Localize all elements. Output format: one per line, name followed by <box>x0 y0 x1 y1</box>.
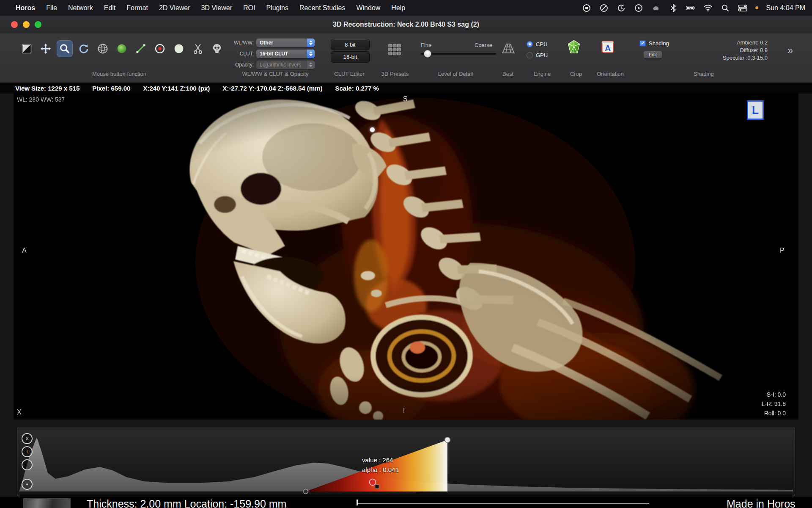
slice-scrollbar-handle[interactable] <box>357 500 358 505</box>
shading-checkbox-label: Shading <box>649 40 669 47</box>
sphere-wireframe-icon <box>97 43 109 55</box>
orientation-button[interactable]: A <box>600 39 616 55</box>
section-label-best: Best <box>502 71 513 77</box>
rotation-readout: S-I: 0.0 L-R: 91.6 Roll: 0.0 <box>761 390 786 418</box>
toolbar: Mouse button function WL/WW: Other CLUT:… <box>0 33 812 83</box>
control-center-icon[interactable] <box>738 3 747 13</box>
menu-network[interactable]: Network <box>63 4 99 12</box>
search-icon[interactable] <box>721 3 730 13</box>
panel-close-button[interactable]: × <box>22 433 33 444</box>
menu-plugins[interactable]: Plugins <box>261 4 294 12</box>
clut-8bit-button[interactable]: 8-bit <box>331 39 370 50</box>
menu-3d-viewer[interactable]: 3D Viewer <box>195 4 238 12</box>
series-thumbnail[interactable] <box>23 498 71 508</box>
toolbar-overflow-button[interactable]: » <box>787 44 793 56</box>
bluetooth-icon[interactable] <box>669 3 678 13</box>
cut-tool-button[interactable] <box>190 40 206 57</box>
gradient-apex-handle[interactable] <box>445 437 450 443</box>
presets-button[interactable] <box>387 41 403 58</box>
section-label-clut-editor: CLUT Editor <box>334 71 364 77</box>
menu-recent-studies[interactable]: Recent Studies <box>294 4 351 12</box>
menu-app-horos[interactable]: Horos <box>10 4 41 12</box>
opacity-popup-value: Logarithmic Invers <box>260 62 301 68</box>
oval-tool-button[interactable] <box>171 40 187 57</box>
pan-tool-button[interactable] <box>38 40 54 57</box>
wlww-popup-label: WL/WW: <box>224 40 254 46</box>
rotate-tool-button[interactable] <box>76 40 92 57</box>
menu-file[interactable]: File <box>41 4 63 12</box>
section-label-lod: Level of Detail <box>438 71 473 77</box>
window-title-bar: 3D Reconstruction: Neck 2.00 Br40 S3 sag… <box>0 16 812 34</box>
shading-checkbox[interactable]: ✓ <box>639 40 646 47</box>
section-label-wlcl: WL/WW & CLUT & Opacity <box>242 71 308 77</box>
shading-edit-button[interactable]: Edit <box>644 51 662 58</box>
wlww-popup[interactable]: Other <box>256 39 315 47</box>
panel-zoom-in-button[interactable]: + <box>22 446 33 457</box>
clut-histogram-panel[interactable]: × + − ● value : 264 alpha : 0.041 <box>17 427 795 496</box>
zoom-tool-button[interactable] <box>57 40 73 57</box>
pan-move-icon <box>40 43 52 55</box>
orientation-label-posterior: P <box>780 247 785 254</box>
crop-button[interactable] <box>566 39 582 55</box>
lod-slider-thumb[interactable] <box>424 50 431 58</box>
volume-render[interactable] <box>14 94 798 420</box>
lod-slider-track[interactable] <box>421 53 496 55</box>
menu-2d-viewer[interactable]: 2D Viewer <box>154 4 196 12</box>
panel-zoom-out-button[interactable]: − <box>22 459 33 470</box>
record-stop-icon[interactable] <box>582 3 591 13</box>
histogram-plot[interactable] <box>17 427 795 496</box>
bone-removal-tool-button[interactable] <box>209 40 225 57</box>
menu-roi[interactable]: ROI <box>238 4 261 12</box>
rotation-lr: L-R: 91.6 <box>761 399 786 409</box>
best-quality-button[interactable] <box>500 39 516 56</box>
menu-edit[interactable]: Edit <box>99 4 121 12</box>
panel-point-mode-button[interactable]: ● <box>22 479 33 490</box>
now-playing-icon[interactable] <box>651 3 661 13</box>
scissors-icon <box>192 43 204 55</box>
opacity-popup[interactable]: Logarithmic Invers <box>256 61 315 69</box>
point-tool-button[interactable] <box>152 40 168 57</box>
section-label-presets: 3D Presets <box>381 71 409 77</box>
status-position-px: X:240 Y:141 Z:100 (px) <box>143 85 210 92</box>
clut-popup[interactable]: 16-bit CLUT <box>256 50 315 58</box>
menu-window[interactable]: Window <box>351 4 386 12</box>
battery-icon[interactable] <box>686 3 695 13</box>
section-label-shading: Shading <box>694 71 714 77</box>
orientation-label-inferior: I <box>403 407 405 414</box>
do-not-disturb-icon[interactable] <box>599 3 609 13</box>
viewport-wlww-readout: WL: 280 WW: 537 <box>17 96 65 103</box>
length-measure-icon <box>135 43 147 55</box>
play-icon[interactable] <box>634 3 643 13</box>
slice-thickness-location: Thickness: 2.00 mm Location: -159.90 mm <box>87 498 286 508</box>
gradient-square-handle[interactable] <box>375 485 379 489</box>
engine-gpu-radio[interactable] <box>527 52 533 58</box>
lod-fine-label: Fine <box>421 42 431 48</box>
gradient-point-handle[interactable] <box>370 479 376 486</box>
popup-arrows-icon <box>307 39 315 47</box>
orientation-label-superior: S <box>403 95 408 103</box>
gradient-left-handle[interactable] <box>304 489 308 494</box>
sphere-tool-button[interactable] <box>114 40 130 57</box>
section-label-crop: Crop <box>570 71 582 77</box>
slice-scrollbar[interactable] <box>357 503 649 504</box>
oval-roi-icon <box>173 43 185 55</box>
length-tool-button[interactable] <box>133 40 149 57</box>
render-viewport[interactable]: WL: 280 WW: 537 S A P I X L S-I: 0.0 L-R… <box>14 94 798 420</box>
engine-cpu-radio[interactable] <box>527 41 533 47</box>
clut-16bit-button[interactable]: 16-bit <box>331 51 370 63</box>
magnifier-icon <box>59 43 71 55</box>
axis-corner-label: X <box>17 409 22 416</box>
rotate-3d-tool-button[interactable] <box>95 40 111 57</box>
wlww-tool-button[interactable] <box>19 40 35 57</box>
status-view-size: View Size: 1229 x 515 <box>15 85 80 92</box>
rotate-icon <box>78 43 90 55</box>
time-machine-icon[interactable] <box>617 3 626 13</box>
window-title: 3D Reconstruction: Neck 2.00 Br40 S3 sag… <box>0 21 812 28</box>
wifi-icon[interactable] <box>703 3 713 13</box>
section-label-engine: Engine <box>534 71 551 77</box>
menu-bar-clock[interactable]: Sun 4:04 PM <box>766 4 806 12</box>
menu-help[interactable]: Help <box>386 4 411 12</box>
status-bar: View Size: 1229 x 515 Pixel: 659.00 X:24… <box>0 83 812 94</box>
menu-format[interactable]: Format <box>121 4 154 12</box>
marker-point[interactable] <box>370 127 375 133</box>
